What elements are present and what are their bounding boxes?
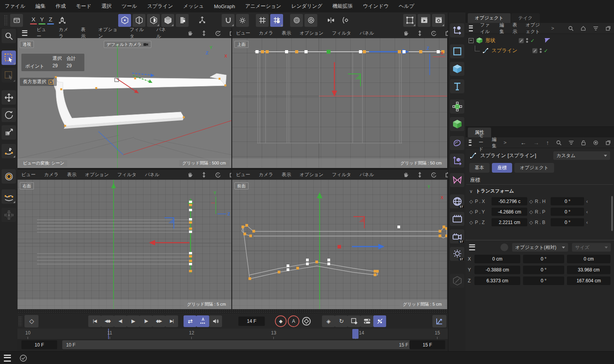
vp-menu-filter[interactable]: フィルタ [332,30,351,37]
vp-menu-view[interactable]: ビュー [236,172,250,178]
move-tool[interactable] [2,90,16,105]
vp-menu-display[interactable]: 表示 [67,172,76,178]
tool-expand-icon[interactable]: ▸ [49,80,54,84]
vp-menu-display[interactable]: 表示 [282,30,291,37]
om-menu-view[interactable]: 表示 [513,22,519,35]
loop-mode-button[interactable]: ⇄ [184,315,196,327]
next-frame-button[interactable]: |▶ [140,315,152,327]
symmetry-icon[interactable] [450,173,464,187]
menu-mesh[interactable]: メッシュ [183,3,204,10]
menu-file[interactable]: ファイル [5,3,25,10]
zoom-icon[interactable] [201,172,206,178]
key-scale-button[interactable] [348,315,360,327]
scale-tool[interactable] [2,125,16,140]
rh-field[interactable]: 0 ° [551,197,584,205]
zoom-icon[interactable] [417,30,422,36]
render-view-button[interactable] [418,14,430,27]
polygons-mode-button[interactable] [147,14,160,27]
coordinate-system-button[interactable] [56,14,68,27]
circle-primitive-tool[interactable] [2,169,16,184]
expand-icon[interactable] [469,38,474,43]
keyframe-dot-icon[interactable]: ◇ [469,209,473,215]
mirror-button[interactable] [324,14,337,27]
rotate-view-icon[interactable] [215,30,221,36]
keying-settings-button[interactable] [300,315,313,327]
menu-create[interactable]: 作成 [56,3,66,10]
rot-x-field[interactable]: 0 ° [523,255,564,263]
vp-menu-filter[interactable]: フィルタ [332,172,351,178]
menu-mograph[interactable]: MoGraph [214,4,235,9]
menu-rendering[interactable]: レンダリング [291,3,322,10]
am-menu-mode[interactable]: モード [479,133,485,152]
record-keyframe-button[interactable]: ◆ [274,315,287,327]
om-menu-objects[interactable]: オブジェクト [526,22,544,35]
sound-button[interactable] [209,315,222,327]
pan-icon[interactable] [403,30,409,36]
rotate-view-icon[interactable] [215,172,221,178]
modeling-settings-button[interactable] [304,14,317,27]
workplane-button[interactable] [256,14,269,27]
texture-mode-button[interactable] [176,14,189,27]
rotate-view-icon[interactable] [431,30,437,36]
tab-coordinates[interactable]: 座標 [492,163,512,173]
filter-icon[interactable] [593,26,598,31]
viewport-splitter-horizontal[interactable] [17,168,447,170]
quantize-lock-button[interactable] [270,14,283,27]
deformer-icon[interactable] [450,136,464,150]
enabled-check-icon[interactable]: ✓ [530,38,535,44]
keyframe-dot-icon[interactable]: ◇ [529,220,533,225]
goto-end-button[interactable]: ▶| [165,315,178,327]
vp-menu-panel[interactable]: パネル [156,26,170,40]
up-icon[interactable]: ↑ [546,139,549,146]
xpresso-flag-icon[interactable] [545,38,550,43]
keyframe-dot-icon[interactable]: ◇ [529,209,533,215]
snap-settings-button[interactable] [236,14,249,27]
mirror-settings-button[interactable] [339,14,352,27]
spline-primitive-icon[interactable] [450,44,464,58]
vp-menu-view[interactable]: ビュー [236,30,250,37]
pos-z-field[interactable]: 6.3373 cm [474,276,520,285]
viewport-right[interactable]: 右面 Y Z グリッド間隔 : 5 cm [17,180,231,309]
rotate-view-icon[interactable] [431,172,437,178]
size-z-field[interactable]: 167.604 cm [567,276,611,285]
edges-mode-button[interactable] [133,14,145,27]
rot-y-field[interactable]: 0 ° [523,266,564,274]
scroll-left-chevron[interactable]: ‹ [586,219,588,225]
viewport-front[interactable]: 前面 Y X グリッド間隔 : 5 cm [232,180,447,309]
vp-menu-panel[interactable]: パネル [145,172,159,178]
menu-extensions[interactable]: 機能拡張 [332,3,353,10]
menu-select[interactable]: 選択 [101,3,112,10]
pz-field[interactable]: 2.2211 cm [492,218,527,226]
attribute-scrollbar[interactable] [611,196,613,231]
axis-mode-button[interactable] [196,14,208,27]
fcurve-editor-button[interactable] [432,315,446,327]
rb-field[interactable]: 0 ° [551,218,584,226]
vp-menu-view[interactable]: ビュー [37,26,50,40]
viewport-label[interactable]: 前面 [234,182,248,189]
goto-start-button[interactable]: |◀ [88,315,101,327]
viewport-label[interactable]: 右面 [20,182,34,189]
size-x-field[interactable]: 0 cm [567,255,611,263]
vp-menu-filter[interactable]: フィルタ [117,172,136,178]
object-name[interactable]: スプライン [492,47,518,54]
character-rig-tool[interactable] [2,208,16,222]
menu-mode[interactable]: モード [76,3,91,10]
layer-icon[interactable] [519,38,524,43]
visibility-dots-icon[interactable] [526,38,528,44]
autokey-pla-button[interactable]: A▪▪▪ [196,315,209,327]
zoom-icon[interactable] [417,172,422,178]
object-row-shape[interactable]: 形状 ✓ [465,35,614,46]
spline-pen-tool[interactable] [2,144,16,158]
vp-menu-panel[interactable]: パネル [360,172,374,178]
layer-icon[interactable] [532,48,537,53]
keyframe-dot-icon[interactable]: ◇ [529,199,533,204]
filter-icon[interactable] [569,140,574,145]
pan-icon[interactable] [187,30,193,36]
keyframe-dot-icon[interactable]: ◇ [469,220,473,225]
menu-help[interactable]: ヘルプ [399,3,415,10]
om-menu-edit[interactable]: 編集 [500,22,506,35]
am-menu-edit[interactable]: 編集 [492,136,497,149]
home-icon[interactable] [581,26,586,31]
external-window-icon[interactable] [605,140,611,145]
back-icon[interactable]: ← [521,139,527,146]
